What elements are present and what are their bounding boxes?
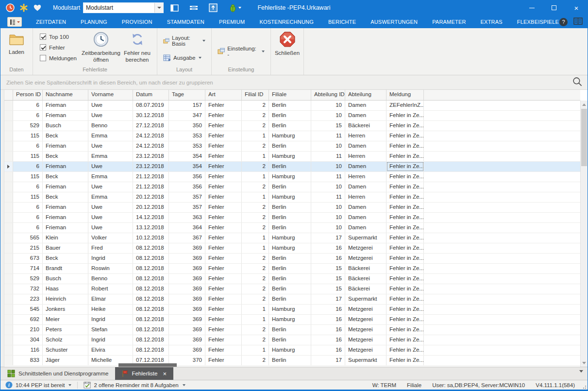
menu-item-parameter[interactable]: PARAMETER	[425, 16, 473, 28]
cell-abteilung[interactable]: Supermarkt	[345, 356, 386, 365]
cell-abteilung[interactable]: Bäckerei	[345, 264, 386, 273]
cell-person-id[interactable]: 210	[13, 325, 43, 335]
row-selector-cell[interactable]	[4, 182, 13, 192]
checkbox-box[interactable]	[40, 55, 46, 61]
row-selector-cell[interactable]	[4, 294, 13, 304]
cell-datum[interactable]: 08.12.2018	[133, 284, 169, 294]
cell-abteilung[interactable]: Supermarkt	[345, 233, 386, 243]
column-header-meldung[interactable]: Meldung	[386, 90, 424, 100]
cell-abteilung[interactable]: Damen	[345, 223, 386, 233]
cell-abteilung[interactable]: Damen	[345, 182, 386, 192]
cell-meldung[interactable]: Fehler in Ze...	[386, 254, 424, 263]
cell-filial-id[interactable]: 1	[242, 131, 269, 141]
cell-nachname[interactable]: Frieman	[43, 111, 88, 120]
tab-fehlerliste[interactable]: Fehlerliste ×	[115, 367, 173, 380]
cell-nachname[interactable]: Frieman	[43, 203, 88, 212]
cell-tage[interactable]: 356	[169, 172, 205, 182]
cell-abteilung[interactable]: Metzgerei	[345, 254, 386, 263]
cell-abteilung-id[interactable]: 16	[311, 243, 345, 253]
cell-person-id[interactable]: 6	[13, 223, 43, 233]
cell-art[interactable]: Fehler	[205, 315, 242, 324]
cell-abteilung-id[interactable]: 10	[311, 162, 345, 171]
cell-person-id[interactable]: 6	[13, 141, 43, 151]
cell-person-id[interactable]: 6	[13, 203, 43, 212]
table-row[interactable]: 6FriemanUwe23.12.2018354Fehler2Berlin10D…	[4, 162, 580, 172]
cell-abteilung[interactable]: Metzgerei	[345, 335, 386, 345]
table-row[interactable]: 833JägerMichelle07.12.2018370Fehler2Berl…	[4, 356, 580, 366]
cell-art[interactable]: Fehler	[205, 305, 242, 314]
cell-art[interactable]: Fehler	[205, 284, 242, 294]
cell-art[interactable]: Fehler	[205, 243, 242, 253]
table-row[interactable]: 223HeinrichElmar08.12.2018369Fehler2Berl…	[4, 294, 580, 305]
cell-abteilung-id[interactable]: 11	[311, 131, 345, 141]
cell-meldung[interactable]: Fehler in Ze...	[386, 141, 424, 151]
checkbox-fehler[interactable]: Fehler	[40, 44, 77, 51]
bug-icon[interactable]	[228, 3, 242, 13]
cell-nachname[interactable]: Frieman	[43, 141, 88, 151]
column-header-datum[interactable]: Datum	[133, 90, 169, 100]
cell-nachname[interactable]: Jäger	[43, 356, 88, 365]
row-selector-cell[interactable]	[4, 152, 13, 161]
cell-tage[interactable]: 369	[169, 325, 205, 335]
cell-filiale[interactable]: Hamburg	[269, 305, 311, 314]
row-selector-cell[interactable]	[4, 131, 13, 141]
row-selector-cell[interactable]	[4, 223, 13, 233]
cell-abteilung-id[interactable]: 17	[311, 233, 345, 243]
cell-vorname[interactable]: Emma	[88, 152, 133, 161]
cell-datum[interactable]: 23.12.2018	[133, 152, 169, 161]
cell-art[interactable]: Fehler	[205, 192, 242, 202]
cell-filiale[interactable]: Berlin	[269, 254, 311, 263]
cell-tage[interactable]: 350	[169, 121, 205, 131]
cell-filiale[interactable]: Berlin	[269, 325, 311, 335]
cell-person-id[interactable]: 833	[13, 356, 43, 365]
table-row[interactable]: 115BeckEmma21.12.2018356Fehler1Hamburg11…	[4, 172, 580, 182]
cell-filiale[interactable]: Hamburg	[269, 152, 311, 161]
cell-meldung[interactable]: Fehler in Ze...	[386, 111, 424, 120]
einstellung-button[interactable]: Einstellung: -	[215, 44, 268, 59]
table-row[interactable]: 6FriemanUwe30.12.2018347Fehler2Berlin10D…	[4, 111, 580, 121]
menu-item-auswertungen[interactable]: AUSWERTUNGEN	[363, 16, 425, 28]
cell-meldung[interactable]: Fehler in Ze...	[386, 131, 424, 141]
cell-vorname[interactable]: Elmar	[88, 294, 133, 304]
cell-abteilung-id[interactable]: 10	[311, 213, 345, 222]
cell-abteilung-id[interactable]: 11	[311, 192, 345, 202]
cell-meldung[interactable]: Fehler in Ze...	[386, 192, 424, 202]
cell-datum[interactable]: 20.12.2018	[133, 192, 169, 202]
cell-vorname[interactable]: Emma	[88, 172, 133, 182]
cell-filial-id[interactable]: 1	[242, 152, 269, 161]
cell-meldung[interactable]: Fehler in Ze...	[386, 233, 424, 243]
cell-tage[interactable]: 369	[169, 243, 205, 253]
row-selector-cell[interactable]	[4, 172, 13, 182]
cell-meldung[interactable]: Fehler in Ze...	[386, 121, 424, 131]
cell-datum[interactable]: 20.12.2018	[133, 203, 169, 212]
table-row[interactable]: 673BeckIngrid08.12.2018369Fehler2Berlin1…	[4, 254, 580, 264]
cell-nachname[interactable]: Heinrich	[43, 294, 88, 304]
cell-datum[interactable]: 08.12.2018	[133, 254, 169, 263]
cell-abteilung-id[interactable]: 16	[311, 315, 345, 324]
cell-art[interactable]: Fehler	[205, 101, 242, 110]
cell-nachname[interactable]: Beck	[43, 192, 88, 202]
cell-abteilung-id[interactable]: 10	[311, 141, 345, 151]
cell-filial-id[interactable]: 2	[242, 274, 269, 284]
cell-nachname[interactable]: Frieman	[43, 213, 88, 222]
search-icon[interactable]	[572, 76, 583, 88]
cell-filiale[interactable]: Hamburg	[269, 172, 311, 182]
menu-item-berichte[interactable]: BERICHTE	[321, 16, 363, 28]
cell-meldung[interactable]: Fehler in Ze...	[386, 335, 424, 345]
cell-filiale[interactable]: Berlin	[269, 141, 311, 151]
cell-abteilung[interactable]: Damen	[345, 141, 386, 151]
cell-abteilung[interactable]: Metzgerei	[345, 243, 386, 253]
cell-tage[interactable]: 357	[169, 192, 205, 202]
table-row[interactable]: 6FriemanUwe24.12.2018353Fehler2Berlin10D…	[4, 141, 580, 152]
book-icon[interactable]	[573, 17, 583, 26]
cell-filial-id[interactable]: 2	[242, 182, 269, 192]
cell-tage[interactable]: 363	[169, 213, 205, 222]
table-row[interactable]: 6FriemanUwe20.12.2018357Fehler2Berlin10D…	[4, 203, 580, 213]
column-header-abteilung-id[interactable]: Abteilung ID	[311, 90, 345, 100]
menu-item-stammdaten[interactable]: STAMMDATEN	[160, 16, 212, 28]
row-selector-cell[interactable]	[4, 356, 13, 365]
table-row[interactable]: 115BeckEmma20.12.2018357Fehler1Hamburg11…	[4, 192, 580, 203]
cell-art[interactable]: Fehler	[205, 172, 242, 182]
cell-abteilung-id[interactable]: 15	[311, 264, 345, 273]
cell-datum[interactable]: 14.12.2018	[133, 213, 169, 222]
